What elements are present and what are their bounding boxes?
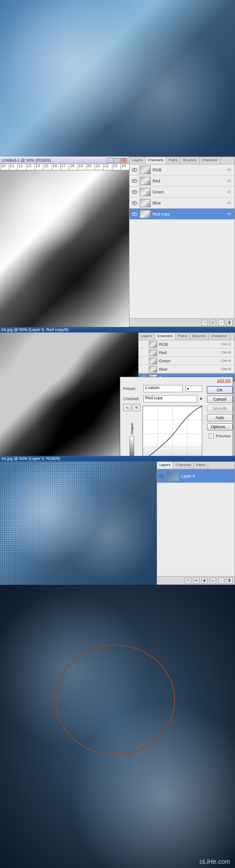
- section-curves: 04.jpg @ 50% (Layer 0, Red copy/8) Layer…: [0, 327, 235, 456]
- panel-footer: ⬭ fx ◐ ▭ ▫ 🗑: [157, 576, 235, 584]
- curve-tool-icon[interactable]: ∿: [123, 404, 131, 411]
- tab-brushes[interactable]: Brushes: [190, 333, 208, 340]
- tab-layers[interactable]: Layers: [139, 333, 155, 340]
- channels-panel-1: Layers Channels Paths Brushes Character …: [129, 157, 235, 327]
- panel-tabs: Layers Channels Paths: [157, 462, 235, 469]
- delete-icon[interactable]: 🗑: [226, 320, 233, 326]
- panel-tabs: Layers Channels Paths Brushes Character: [129, 157, 235, 164]
- visibility-toggle[interactable]: [131, 167, 138, 173]
- tab-channels[interactable]: Channels: [173, 462, 194, 469]
- layer-item[interactable]: Layer 0: [157, 469, 235, 483]
- channel-thumbnail: [149, 350, 157, 356]
- fx-icon[interactable]: fx: [193, 577, 200, 584]
- ruler-horizontal: 10 11 12 13 14 15 16 17 18 19 20 21 22 2…: [0, 164, 129, 170]
- chevron-down-icon: ▾: [200, 396, 202, 401]
- channel-blue[interactable]: Blue Ct: [129, 198, 235, 209]
- options-button[interactable]: Options...: [207, 423, 233, 431]
- eye-icon: [132, 168, 137, 172]
- output-label: Output:: [130, 422, 134, 434]
- new-channel-icon[interactable]: ▫: [218, 320, 224, 326]
- channel-thumbnail: [149, 358, 157, 364]
- tab-brushes[interactable]: Brushes: [181, 157, 199, 164]
- eye-icon: [132, 190, 137, 194]
- channel-red-copy[interactable]: Red copy Ct: [129, 209, 235, 220]
- new-layer-icon[interactable]: ▫: [218, 577, 224, 584]
- channel-rgb[interactable]: RGB Ctrl+2: [139, 340, 235, 349]
- eye-icon: [132, 179, 137, 183]
- channel-thumbnail: [140, 166, 151, 174]
- auto-button[interactable]: Auto: [207, 414, 233, 421]
- layers-panel: Layers Channels Paths Layer 0 ⬭ fx ◐ ▭ ▫…: [157, 461, 235, 585]
- channel-red[interactable]: Red Ct: [129, 175, 235, 186]
- channel-thumbnail: [149, 341, 157, 348]
- preset-label: Preset:: [123, 386, 141, 391]
- save-selection-icon[interactable]: ◫: [210, 320, 216, 326]
- section-channels-1: Untitled-1 @ 50% (RGB/8) – □ × 10 11 12 …: [0, 157, 235, 327]
- smooth-button[interactable]: Smooth: [207, 405, 233, 412]
- watermark-text: oLiHe.com: [200, 858, 230, 865]
- pencil-tool-icon[interactable]: ✎: [132, 404, 141, 411]
- visibility-toggle[interactable]: [141, 350, 147, 356]
- image-composite-dark: oLiHe.com: [0, 585, 235, 868]
- tab-layers[interactable]: Layers: [157, 462, 173, 469]
- group-icon[interactable]: ▭: [210, 577, 216, 584]
- canvas-color[interactable]: [0, 461, 157, 585]
- window-titlebar-3: 04.jpg @ 50% (Layer 0, RGB/8): [0, 456, 235, 461]
- channel-label: Channel:: [123, 396, 141, 401]
- delete-icon[interactable]: 🗑: [226, 577, 233, 584]
- visibility-toggle[interactable]: [131, 189, 138, 195]
- channel-blue[interactable]: Blue Ctrl+5: [139, 365, 235, 373]
- svg-point-1: [200, 406, 202, 407]
- visibility-toggle[interactable]: [141, 341, 147, 348]
- window-title: 04.jpg @ 50% (Layer 0, Red copy/8): [1, 327, 69, 332]
- ok-button[interactable]: OK: [207, 386, 233, 394]
- panel-tabs: Layers Channels Paths Brushes Character: [139, 333, 235, 340]
- visibility-toggle[interactable]: [131, 211, 138, 217]
- channel-select[interactable]: Red copy: [143, 395, 197, 402]
- tab-paths[interactable]: Paths: [194, 462, 208, 469]
- tab-paths[interactable]: Paths: [166, 157, 181, 164]
- tab-channels[interactable]: Channels: [146, 157, 166, 164]
- preview-checkbox[interactable]: ✓: [209, 433, 214, 438]
- channel-red[interactable]: Red Ctrl+3: [139, 349, 235, 357]
- tab-character[interactable]: Character: [200, 157, 221, 164]
- section-layers: 04.jpg @ 50% (Layer 0, RGB/8) Layers Cha…: [0, 456, 235, 585]
- curves-link[interactable]: add tab: [217, 378, 231, 383]
- curve-line[interactable]: [143, 406, 202, 460]
- visibility-toggle[interactable]: [131, 178, 138, 184]
- window-title: 04.jpg @ 50% (Layer 0, RGB/8): [1, 456, 60, 461]
- canvas-bw-2[interactable]: [0, 332, 138, 456]
- curves-graph[interactable]: [142, 406, 202, 461]
- cancel-button[interactable]: Cancel: [207, 396, 233, 403]
- channels-list: RGB Ct Red Ct Green Ct Blue Ct: [129, 164, 235, 220]
- window-titlebar-2: 04.jpg @ 50% (Layer 0, Red copy/8): [0, 327, 235, 332]
- preview-label: Preview: [216, 434, 230, 438]
- preset-select[interactable]: Custom: [143, 385, 183, 392]
- channel-green[interactable]: Green Ct: [129, 186, 235, 198]
- tab-layers[interactable]: Layers: [129, 157, 146, 164]
- eye-icon: [132, 212, 137, 216]
- minimize-button[interactable]: –: [107, 158, 113, 163]
- window-titlebar-1: Untitled-1 @ 50% (RGB/8) – □ ×: [0, 157, 129, 164]
- close-button[interactable]: ×: [121, 158, 127, 163]
- channel-green[interactable]: Green Ctrl+4: [139, 357, 235, 365]
- visibility-toggle[interactable]: [131, 200, 138, 206]
- channel-thumbnail: [140, 210, 151, 218]
- tab-paths[interactable]: Paths: [176, 333, 190, 340]
- visibility-toggle[interactable]: [141, 358, 147, 364]
- tab-channels[interactable]: Channels: [155, 333, 176, 340]
- preset-menu-icon[interactable]: ▾: [186, 385, 202, 392]
- channel-rgb[interactable]: RGB Ct: [129, 164, 235, 175]
- tab-character[interactable]: Character: [209, 333, 230, 340]
- visibility-toggle[interactable]: [141, 366, 147, 373]
- link-icon[interactable]: ⬭: [185, 577, 191, 584]
- mask-icon[interactable]: ◐: [201, 577, 208, 584]
- visibility-toggle[interactable]: [158, 473, 164, 479]
- image-ice-original: [0, 0, 235, 157]
- load-selection-icon[interactable]: ○: [201, 320, 208, 326]
- eye-icon: [132, 201, 137, 205]
- canvas-bw-1[interactable]: [0, 170, 129, 327]
- maximize-button[interactable]: □: [114, 158, 120, 163]
- layer-thumbnail: [166, 471, 179, 481]
- annotation-ring: [55, 645, 175, 755]
